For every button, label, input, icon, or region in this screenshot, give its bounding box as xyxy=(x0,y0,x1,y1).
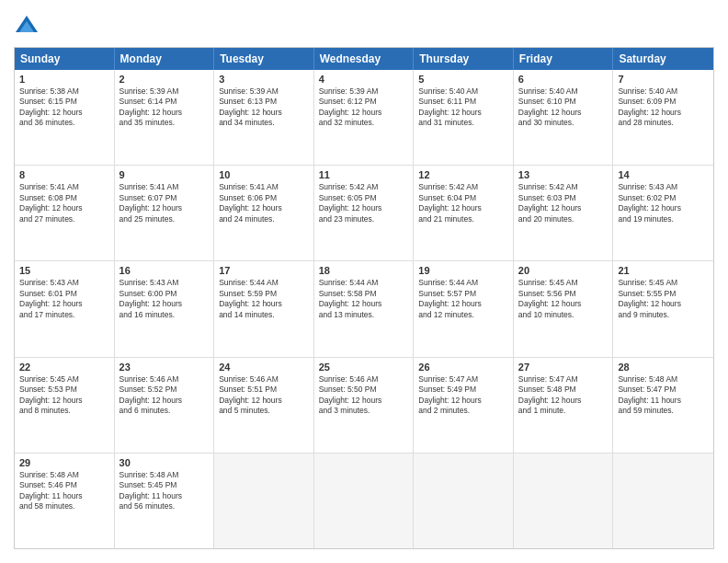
day-cell: 27Sunrise: 5:47 AM Sunset: 5:48 PM Dayli… xyxy=(514,358,614,453)
day-cell: 12Sunrise: 5:42 AM Sunset: 6:04 PM Dayli… xyxy=(414,166,514,260)
day-number: 14 xyxy=(618,169,709,180)
day-cell: 11Sunrise: 5:42 AM Sunset: 6:05 PM Dayli… xyxy=(314,166,415,260)
day-info: Sunrise: 5:39 AM Sunset: 6:13 PM Dayligh… xyxy=(219,86,309,129)
calendar-body: 1Sunrise: 5:38 AM Sunset: 6:15 PM Daylig… xyxy=(15,70,713,548)
empty-cell xyxy=(314,454,415,548)
day-cell: 23Sunrise: 5:46 AM Sunset: 5:52 PM Dayli… xyxy=(115,358,215,453)
day-cell: 7Sunrise: 5:40 AM Sunset: 6:09 PM Daylig… xyxy=(613,70,713,165)
calendar: SundayMondayTuesdayWednesdayThursdayFrid… xyxy=(14,47,714,549)
day-cell: 18Sunrise: 5:44 AM Sunset: 5:58 PM Dayli… xyxy=(314,261,415,356)
day-number: 23 xyxy=(119,362,210,373)
day-info: Sunrise: 5:39 AM Sunset: 6:12 PM Dayligh… xyxy=(319,86,409,129)
day-number: 19 xyxy=(418,265,508,276)
day-info: Sunrise: 5:46 AM Sunset: 5:52 PM Dayligh… xyxy=(119,374,210,417)
day-info: Sunrise: 5:40 AM Sunset: 6:11 PM Dayligh… xyxy=(418,86,508,129)
day-cell: 22Sunrise: 5:45 AM Sunset: 5:53 PM Dayli… xyxy=(15,358,115,453)
calendar-header: SundayMondayTuesdayWednesdayThursdayFrid… xyxy=(15,48,713,70)
day-cell: 24Sunrise: 5:46 AM Sunset: 5:51 PM Dayli… xyxy=(214,358,314,453)
calendar-row: 1Sunrise: 5:38 AM Sunset: 6:15 PM Daylig… xyxy=(15,70,713,166)
day-cell: 20Sunrise: 5:45 AM Sunset: 5:56 PM Dayli… xyxy=(514,261,614,356)
calendar-row: 8Sunrise: 5:41 AM Sunset: 6:08 PM Daylig… xyxy=(15,166,713,261)
day-cell: 25Sunrise: 5:46 AM Sunset: 5:50 PM Dayli… xyxy=(314,358,415,453)
day-info: Sunrise: 5:48 AM Sunset: 5:45 PM Dayligh… xyxy=(119,470,210,512)
day-info: Sunrise: 5:44 AM Sunset: 5:58 PM Dayligh… xyxy=(319,278,409,320)
day-info: Sunrise: 5:38 AM Sunset: 6:15 PM Dayligh… xyxy=(19,86,109,129)
day-info: Sunrise: 5:39 AM Sunset: 6:14 PM Dayligh… xyxy=(119,86,210,129)
day-number: 11 xyxy=(319,169,409,180)
day-number: 1 xyxy=(19,74,109,85)
day-number: 12 xyxy=(418,169,508,180)
day-info: Sunrise: 5:41 AM Sunset: 6:08 PM Dayligh… xyxy=(19,182,109,224)
day-cell: 28Sunrise: 5:48 AM Sunset: 5:47 PM Dayli… xyxy=(613,358,713,453)
logo xyxy=(14,14,43,40)
day-cell: 2Sunrise: 5:39 AM Sunset: 6:14 PM Daylig… xyxy=(115,70,215,165)
day-number: 27 xyxy=(518,362,609,373)
day-info: Sunrise: 5:42 AM Sunset: 6:05 PM Dayligh… xyxy=(319,182,409,224)
day-number: 20 xyxy=(518,265,609,276)
calendar-row: 29Sunrise: 5:48 AM Sunset: 5:46 PM Dayli… xyxy=(15,454,713,548)
day-cell: 15Sunrise: 5:43 AM Sunset: 6:01 PM Dayli… xyxy=(15,261,115,356)
weekday-header: Saturday xyxy=(613,48,713,70)
day-cell: 1Sunrise: 5:38 AM Sunset: 6:15 PM Daylig… xyxy=(15,70,115,165)
day-number: 7 xyxy=(618,74,709,85)
logo-icon xyxy=(14,14,40,40)
day-number: 26 xyxy=(418,362,508,373)
day-info: Sunrise: 5:40 AM Sunset: 6:10 PM Dayligh… xyxy=(518,86,609,129)
day-info: Sunrise: 5:45 AM Sunset: 5:55 PM Dayligh… xyxy=(618,278,709,320)
day-info: Sunrise: 5:44 AM Sunset: 5:57 PM Dayligh… xyxy=(418,278,508,320)
day-cell: 21Sunrise: 5:45 AM Sunset: 5:55 PM Dayli… xyxy=(613,261,713,356)
day-cell: 6Sunrise: 5:40 AM Sunset: 6:10 PM Daylig… xyxy=(514,70,614,165)
weekday-header: Tuesday xyxy=(214,48,314,70)
page: SundayMondayTuesdayWednesdayThursdayFrid… xyxy=(0,0,728,563)
day-number: 10 xyxy=(219,169,309,180)
day-info: Sunrise: 5:45 AM Sunset: 5:56 PM Dayligh… xyxy=(518,278,609,320)
calendar-row: 15Sunrise: 5:43 AM Sunset: 6:01 PM Dayli… xyxy=(15,261,713,357)
day-number: 16 xyxy=(119,265,210,276)
day-cell: 26Sunrise: 5:47 AM Sunset: 5:49 PM Dayli… xyxy=(414,358,514,453)
day-number: 21 xyxy=(618,265,709,276)
day-number: 5 xyxy=(418,74,508,85)
empty-cell xyxy=(214,454,314,548)
day-info: Sunrise: 5:47 AM Sunset: 5:49 PM Dayligh… xyxy=(418,374,508,417)
day-cell: 13Sunrise: 5:42 AM Sunset: 6:03 PM Dayli… xyxy=(514,166,614,260)
day-number: 18 xyxy=(319,265,409,276)
day-number: 25 xyxy=(319,362,409,373)
day-cell: 19Sunrise: 5:44 AM Sunset: 5:57 PM Dayli… xyxy=(414,261,514,356)
day-info: Sunrise: 5:43 AM Sunset: 6:02 PM Dayligh… xyxy=(618,182,709,224)
day-cell: 10Sunrise: 5:41 AM Sunset: 6:06 PM Dayli… xyxy=(214,166,314,260)
day-info: Sunrise: 5:40 AM Sunset: 6:09 PM Dayligh… xyxy=(618,86,709,129)
day-cell: 8Sunrise: 5:41 AM Sunset: 6:08 PM Daylig… xyxy=(15,166,115,260)
day-number: 24 xyxy=(219,362,309,373)
day-info: Sunrise: 5:41 AM Sunset: 6:06 PM Dayligh… xyxy=(219,182,309,224)
day-info: Sunrise: 5:43 AM Sunset: 6:00 PM Dayligh… xyxy=(119,278,210,320)
day-info: Sunrise: 5:42 AM Sunset: 6:04 PM Dayligh… xyxy=(418,182,508,224)
day-number: 9 xyxy=(119,169,210,180)
day-number: 2 xyxy=(119,74,210,85)
day-number: 8 xyxy=(19,169,109,180)
day-cell: 14Sunrise: 5:43 AM Sunset: 6:02 PM Dayli… xyxy=(613,166,713,260)
day-info: Sunrise: 5:46 AM Sunset: 5:50 PM Dayligh… xyxy=(319,374,409,417)
header xyxy=(14,14,714,40)
day-cell: 4Sunrise: 5:39 AM Sunset: 6:12 PM Daylig… xyxy=(314,70,415,165)
calendar-row: 22Sunrise: 5:45 AM Sunset: 5:53 PM Dayli… xyxy=(15,358,713,454)
weekday-header: Monday xyxy=(115,48,215,70)
day-info: Sunrise: 5:46 AM Sunset: 5:51 PM Dayligh… xyxy=(219,374,309,417)
day-number: 6 xyxy=(518,74,609,85)
weekday-header: Sunday xyxy=(15,48,115,70)
day-number: 13 xyxy=(518,169,609,180)
day-cell: 16Sunrise: 5:43 AM Sunset: 6:00 PM Dayli… xyxy=(115,261,215,356)
day-info: Sunrise: 5:41 AM Sunset: 6:07 PM Dayligh… xyxy=(119,182,210,224)
day-number: 28 xyxy=(618,362,709,373)
day-cell: 29Sunrise: 5:48 AM Sunset: 5:46 PM Dayli… xyxy=(15,454,115,548)
weekday-header: Friday xyxy=(514,48,614,70)
day-cell: 5Sunrise: 5:40 AM Sunset: 6:11 PM Daylig… xyxy=(414,70,514,165)
day-info: Sunrise: 5:47 AM Sunset: 5:48 PM Dayligh… xyxy=(518,374,609,417)
day-info: Sunrise: 5:48 AM Sunset: 5:47 PM Dayligh… xyxy=(618,374,709,417)
day-number: 29 xyxy=(19,457,109,468)
empty-cell xyxy=(414,454,514,548)
day-cell: 17Sunrise: 5:44 AM Sunset: 5:59 PM Dayli… xyxy=(214,261,314,356)
empty-cell xyxy=(613,454,713,548)
day-number: 17 xyxy=(219,265,309,276)
weekday-header: Thursday xyxy=(414,48,514,70)
day-number: 4 xyxy=(319,74,409,85)
